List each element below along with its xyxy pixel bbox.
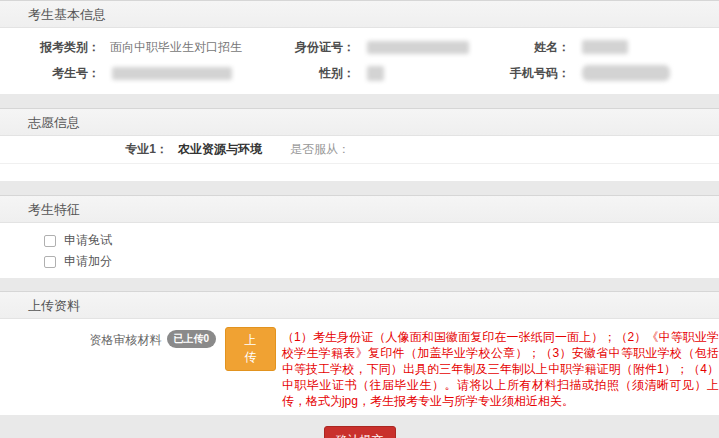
obey-label: 是否服从： <box>290 141 350 158</box>
basic-info-row-1: 报考类别： 面向中职毕业生对口招生 身份证号： 姓名： <box>0 34 719 60</box>
field-name: 姓名： <box>505 39 719 56</box>
major-value: 农业资源与环境 <box>178 141 290 158</box>
section-basic-info-body: 报考类别： 面向中职毕业生对口招生 身份证号： 姓名： 考生号： <box>0 28 719 94</box>
section-candidate-features: 考生特征 申请免试 申请加分 <box>0 195 719 278</box>
checkbox-row-exemption[interactable]: 申请免试 <box>44 230 719 251</box>
section-basic-info: 考生基本信息 报考类别： 面向中职毕业生对口招生 身份证号： 姓名： <box>0 0 719 94</box>
section-title-volunteer: 志愿信息 <box>28 115 80 130</box>
field-phone: 手机号码： <box>505 65 719 82</box>
phone-label: 手机号码： <box>505 65 570 82</box>
volunteer-empty-row <box>0 164 719 181</box>
field-id-number: 身份证号： <box>250 39 505 56</box>
section-title-basic: 考生基本信息 <box>28 7 106 22</box>
section-volunteer-info-body: 专业1： 农业资源与环境 是否服从： <box>0 136 719 181</box>
category-label: 报考类别： <box>0 39 100 56</box>
exam-number-label: 考生号： <box>0 65 100 82</box>
upload-instructions-text: （1）考生身份证（人像面和国徽面复印在一张纸同一面上）；（2）《中等职业学校学生… <box>282 329 719 409</box>
upload-button[interactable]: 上传 <box>225 327 276 371</box>
exemption-checkbox-label: 申请免试 <box>64 232 112 249</box>
redacted-gender <box>367 66 384 81</box>
section-upload-materials-header: 上传资料 <box>0 291 719 319</box>
redacted-id-number <box>367 41 469 54</box>
bonus-points-checkbox[interactable] <box>44 256 56 268</box>
checkbox-row-bonus-points[interactable]: 申请加分 <box>44 251 719 272</box>
id-number-label: 身份证号： <box>250 39 355 56</box>
field-exam-number: 考生号： <box>0 65 250 82</box>
redacted-exam-number <box>112 67 232 80</box>
upload-row: 资格审核材料 已上传0 上传 （1）考生身份证（人像面和国徽面复印在一张纸同一面… <box>0 327 719 409</box>
redacted-name <box>582 40 628 54</box>
redacted-phone <box>582 65 670 81</box>
field-gender: 性别： <box>250 65 505 82</box>
section-upload-materials-body: 资格审核材料 已上传0 上传 （1）考生身份证（人像面和国徽面复印在一张纸同一面… <box>0 319 719 415</box>
section-candidate-features-header: 考生特征 <box>0 195 719 223</box>
section-title-features: 考生特征 <box>28 202 80 217</box>
section-volunteer-info: 志愿信息 专业1： 农业资源与环境 是否服从： <box>0 108 719 181</box>
application-form-page: 考生基本信息 报考类别： 面向中职毕业生对口招生 身份证号： 姓名： <box>0 0 719 438</box>
exemption-checkbox[interactable] <box>44 235 56 247</box>
major-row: 专业1： 农业资源与环境 是否服从： <box>0 136 719 164</box>
section-upload-materials: 上传资料 资格审核材料 已上传0 上传 （1）考生身份证（人像面和国徽面复印在一… <box>0 291 719 415</box>
confirm-submit-button[interactable]: 确认提交 <box>324 426 396 438</box>
uploaded-count-badge: 已上传0 <box>167 330 217 348</box>
gender-label: 性别： <box>250 65 355 82</box>
qualification-material-label: 资格审核材料 <box>0 332 162 349</box>
footer-bar: 确认提交 <box>0 415 719 438</box>
name-label: 姓名： <box>505 39 570 56</box>
bonus-points-checkbox-label: 申请加分 <box>64 253 112 270</box>
section-candidate-features-body: 申请免试 申请加分 <box>0 223 719 278</box>
major-label: 专业1： <box>0 141 168 158</box>
category-value: 面向中职毕业生对口招生 <box>110 39 242 56</box>
section-title-upload: 上传资料 <box>28 298 80 313</box>
field-category: 报考类别： 面向中职毕业生对口招生 <box>0 39 250 56</box>
basic-info-row-2: 考生号： 性别： 手机号码： <box>0 60 719 86</box>
section-volunteer-info-header: 志愿信息 <box>0 108 719 136</box>
section-basic-info-header: 考生基本信息 <box>0 0 719 28</box>
